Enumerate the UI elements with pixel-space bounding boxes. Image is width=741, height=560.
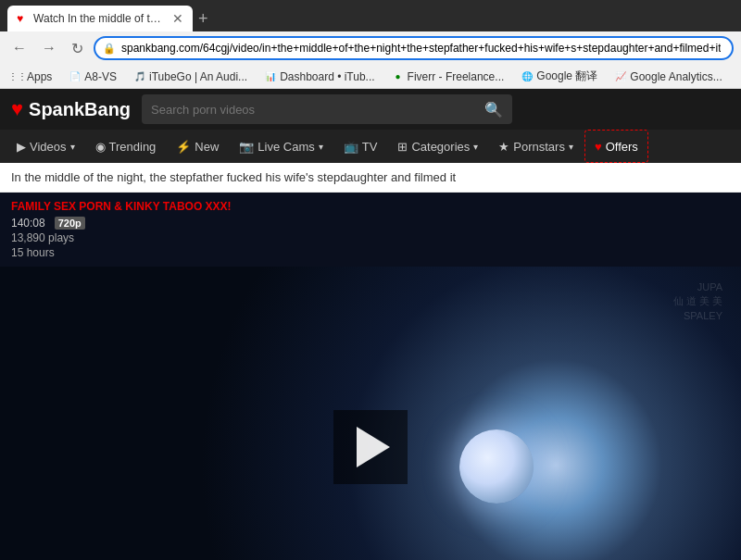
new-tab-button[interactable]: + (198, 9, 208, 29)
tab-title: Watch In the middle of the ni... (33, 12, 163, 25)
bookmark-google-translate[interactable]: 🌐 Google 翻译 (517, 67, 601, 86)
video-title-bar: In the middle of the night, the stepfath… (0, 163, 741, 193)
nav-offers-label: Offers (606, 140, 638, 154)
bookmark-google-translate-label: Google 翻译 (536, 68, 597, 84)
nav-trending[interactable]: ◉ Trending (86, 130, 166, 163)
lock-icon: 🔒 (103, 43, 116, 55)
apps-icon: ⋮⋮ (11, 70, 24, 83)
bookmark-google-analytics-label: Google Analytics... (630, 70, 722, 83)
site-logo[interactable]: ♥ SpankBang (11, 97, 131, 121)
video-meta: FAMILY SEX PORN & KINKY TABOO XXX! 140:0… (0, 193, 741, 267)
a8vs-icon: 📄 (69, 70, 82, 83)
nav-pornstars-label: Pornstars (513, 140, 565, 154)
tab-favicon: ♥ (17, 12, 28, 25)
watermark-top-right: JUPA 仙 道 美 美 SPALEY (673, 280, 722, 323)
video-age: 15 hours (11, 246, 730, 259)
livecams-arrow-icon: ▾ (319, 142, 323, 152)
google-analytics-icon: 📈 (614, 70, 627, 83)
videos-arrow-icon: ▾ (70, 142, 75, 152)
bookmark-google-analytics[interactable]: 📈 Google Analytics... (610, 68, 725, 85)
back-button[interactable]: ← (7, 38, 31, 58)
new-icon: ⚡ (176, 140, 191, 154)
search-button[interactable]: 🔍 (484, 101, 503, 118)
bookmark-dashboard-label: Dashboard • iTub... (280, 70, 374, 83)
bookmark-itubego-label: iTubeGo | An Audi... (149, 70, 247, 83)
nav-tv-label: TV (362, 140, 378, 154)
site-header: ♥ SpankBang 🔍 (0, 89, 741, 130)
nav-categories-label: Categories (411, 140, 470, 154)
fiverr-icon: ● (392, 70, 405, 83)
dashboard-icon: 📊 (264, 70, 277, 83)
bookmark-fiverr-label: Fiverr - Freelance... (408, 70, 505, 83)
offers-heart-icon: ♥ (595, 140, 602, 154)
video-tag: FAMILY SEX PORN & KINKY TABOO XXX! (11, 200, 730, 213)
pornstars-icon: ★ (498, 140, 509, 154)
trending-icon: ◉ (95, 140, 106, 154)
play-button[interactable] (333, 410, 408, 484)
nav-new[interactable]: ⚡ New (167, 130, 228, 163)
refresh-button[interactable]: ↻ (67, 38, 88, 59)
video-info: 140:08 720p (11, 217, 730, 230)
tab-close-button[interactable]: ✕ (172, 11, 183, 26)
bookmark-gmail[interactable]: ✉ M 收件箱 (620) - che... (735, 67, 741, 86)
videos-icon: ▶ (17, 140, 26, 154)
video-plays: 13,890 plays (11, 231, 730, 244)
itubego-icon: 🎵 (133, 70, 146, 83)
logo-heart-icon: ♥ (11, 97, 23, 121)
video-title: In the middle of the night, the stepfath… (11, 170, 456, 184)
url-input[interactable] (94, 36, 734, 60)
play-triangle-icon (357, 427, 390, 467)
video-area: FAMILY SEX PORN & KINKY TABOO XXX! 140:0… (0, 193, 741, 560)
categories-icon: ⊞ (397, 140, 408, 154)
browser-tab[interactable]: ♥ Watch In the middle of the ni... ✕ (7, 6, 193, 31)
bookmarks-bar: ⋮⋮ Apps 📄 A8-VS 🎵 iTubeGo | An Audi... 📊… (0, 65, 741, 89)
google-translate-icon: 🌐 (521, 70, 534, 83)
nav-trending-label: Trending (109, 140, 157, 154)
categories-arrow-icon: ▾ (473, 142, 478, 152)
bookmark-apps[interactable]: ⋮⋮ Apps (7, 68, 56, 85)
pornstars-arrow-icon: ▾ (569, 142, 573, 152)
livecams-icon: 📷 (239, 140, 254, 154)
tv-icon: 📺 (344, 140, 358, 154)
nav-livecams-label: Live Cams (257, 140, 314, 154)
logo-text: SpankBang (29, 99, 131, 120)
nav-new-label: New (195, 140, 219, 154)
bookmark-apps-label: Apps (27, 70, 52, 83)
video-duration: 140:08 (11, 217, 45, 230)
video-player[interactable]: JUPA 仙 道 美 美 SPALEY SUPJAV.COM (0, 267, 741, 560)
nav-pornstars[interactable]: ★ Pornstars ▾ (489, 130, 583, 163)
search-input[interactable] (151, 103, 484, 117)
video-quality-badge: 720p (55, 217, 85, 230)
nav-livecams[interactable]: 📷 Live Cams ▾ (230, 130, 332, 163)
search-bar: 🔍 (142, 94, 512, 124)
bookmark-itubego[interactable]: 🎵 iTubeGo | An Audi... (130, 68, 251, 85)
bookmark-a8vs-label: A8-VS (84, 70, 117, 83)
url-bar-container: 🔒 (94, 36, 734, 60)
bookmark-fiverr[interactable]: ● Fiverr - Freelance... (388, 68, 509, 85)
bookmark-dashboard[interactable]: 📊 Dashboard • iTub... (260, 68, 378, 85)
moon-visual (459, 429, 534, 504)
bookmark-a8vs[interactable]: 📄 A8-VS (65, 68, 120, 85)
nav-categories[interactable]: ⊞ Categories ▾ (388, 130, 487, 163)
nav-videos[interactable]: ▶ Videos ▾ (7, 130, 84, 163)
nav-videos-label: Videos (30, 140, 67, 154)
nav-tv[interactable]: 📺 TV (334, 130, 387, 163)
forward-button[interactable]: → (37, 38, 61, 58)
nav-menu: ▶ Videos ▾ ◉ Trending ⚡ New 📷 Live Cams … (0, 130, 741, 163)
nav-offers[interactable]: ♥ Offers (584, 130, 648, 163)
